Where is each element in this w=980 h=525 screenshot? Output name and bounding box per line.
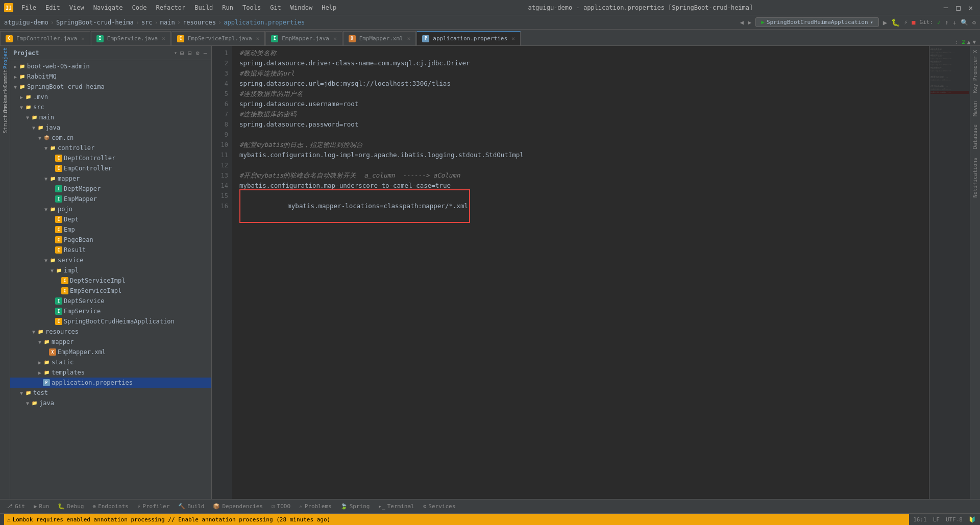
bottom-tab-profiler[interactable]: ⚡ Profiler — [133, 501, 174, 513]
tree-item-deptcontroller[interactable]: ▶ C DeptController — [10, 153, 211, 163]
breadcrumb-module[interactable]: SpringBoot-crud-heima — [56, 19, 134, 26]
minimize-button[interactable]: ─ — [941, 4, 951, 12]
tree-item-empservice[interactable]: ▶ I EmpService — [10, 306, 211, 316]
git-pull-btn[interactable]: ↓ — [953, 19, 957, 26]
tree-item-empserviceimpl[interactable]: ▶ C EmpServiceImpl — [10, 286, 211, 296]
menu-navigate[interactable]: Navigate — [89, 3, 127, 12]
tree-item-java-test[interactable]: ▼ 📁 java — [10, 398, 211, 408]
tab-close-btn[interactable]: ✕ — [511, 35, 515, 42]
tree-item-pojo[interactable]: ▼ 📁 pojo — [10, 204, 211, 214]
structure-tab-btn[interactable]: Structure — [0, 109, 10, 130]
tree-item-deptmapper[interactable]: ▶ I DeptMapper — [10, 184, 211, 194]
tree-item-main[interactable]: ▼ 📁 main — [10, 112, 211, 122]
tab-applicationprops[interactable]: P application.properties ✕ — [416, 31, 520, 45]
breadcrumb-resources[interactable]: resources — [183, 19, 216, 26]
tree-item-mapper-res[interactable]: ▼ 📁 mapper — [10, 337, 211, 347]
tree-item-service[interactable]: ▼ 📁 service — [10, 255, 211, 265]
tree-item-appprops[interactable]: ▶ P application.properties — [10, 378, 211, 388]
tree-item-empcontroller[interactable]: ▶ C EmpController — [10, 163, 211, 173]
tree-item-templates[interactable]: ▶ 📁 templates — [10, 367, 211, 378]
close-button[interactable]: ✕ — [966, 4, 976, 12]
tree-item-mvn[interactable]: ▶ 📁 .mvn — [10, 92, 211, 102]
tree-item-test[interactable]: ▼ 📁 test — [10, 388, 211, 398]
tree-item-impl[interactable]: ▼ 📁 impl — [10, 265, 211, 276]
maximize-button[interactable]: □ — [953, 4, 963, 12]
menu-refactor[interactable]: Refactor — [152, 3, 189, 12]
project-panel-hide-btn[interactable]: — — [203, 48, 208, 58]
breadcrumb-main[interactable]: main — [160, 19, 175, 26]
stop-btn[interactable]: ■ — [912, 19, 915, 26]
tree-item-result[interactable]: ▶ C Result — [10, 245, 211, 255]
git-check-btn[interactable]: ✓ — [937, 19, 941, 26]
menu-view[interactable]: View — [65, 3, 88, 12]
menu-run[interactable]: Run — [218, 3, 237, 12]
tree-item-rabbitmq[interactable]: ▶ 📁 RabbitMQ — [10, 71, 211, 82]
menu-code[interactable]: Code — [128, 3, 151, 12]
breadcrumb-file[interactable]: application.properties — [224, 19, 305, 26]
menu-build[interactable]: Build — [190, 3, 217, 12]
bottom-tab-services[interactable]: ⚙ Services — [419, 501, 460, 513]
tab-empmapper[interactable]: I EmpMapper.java ✕ — [265, 31, 342, 45]
tab-empservice[interactable]: I EmpService.java ✕ — [91, 31, 171, 45]
right-tab-keypromoter[interactable]: Key Promoter X — [970, 46, 980, 97]
tree-item-static[interactable]: ▶ 📁 static — [10, 357, 211, 367]
profile-btn[interactable]: ⚡ — [904, 19, 908, 26]
git-push-btn[interactable]: ↑ — [945, 19, 948, 26]
tree-item-empmapperxml[interactable]: ▶ X EmpMapper.xml — [10, 347, 211, 357]
bottom-tab-endpoints[interactable]: ⊕ Endpoints — [89, 501, 133, 513]
search-btn[interactable]: 🔍 — [961, 19, 968, 26]
menu-file[interactable]: File — [17, 3, 40, 12]
code-editor[interactable]: #驱动类名称 spring.datasource.driver-class-na… — [235, 46, 929, 499]
tab-menu-btn[interactable]: ⋮ — [954, 39, 960, 45]
tree-item-comcn[interactable]: ▼ 📦 com.cn — [10, 133, 211, 143]
tree-item-springbootapp[interactable]: ▶ C SpringBootCrudHeimaApplication — [10, 316, 211, 327]
breadcrumb-src[interactable]: src — [141, 19, 153, 26]
run-config-selector[interactable]: ▶ SpringBootCrudHeimaApplication ▾ — [755, 17, 878, 27]
right-tab-database[interactable]: Database — [970, 120, 980, 153]
status-warning[interactable]: ⚠ Lombok requires enabled annotation pro… — [4, 514, 909, 525]
tree-item-resources[interactable]: ▼ 📁 resources — [10, 327, 211, 337]
tab-empserviceimpl[interactable]: C EmpServiceImpl.java ✕ — [172, 31, 265, 45]
tree-item-boot-web[interactable]: ▶ 📁 boot-web-05-admin — [10, 61, 211, 71]
settings-btn[interactable]: ⚙ — [972, 19, 976, 26]
tree-item-empmapper[interactable]: ▶ I EmpMapper — [10, 194, 211, 204]
project-panel-collapse-btn[interactable]: ⊟ — [187, 48, 192, 58]
bottom-tab-debug[interactable]: 🐛 Debug — [54, 501, 88, 513]
bottom-tab-todo[interactable]: ☑ TODO — [267, 501, 295, 513]
expand-editor-btn[interactable]: ▼ — [972, 39, 976, 45]
editor-content[interactable]: 1 2 3 4 5 6 7 8 9 10 11 12 13 14 15 16 — [212, 46, 970, 499]
tree-item-dept[interactable]: ▶ C Dept — [10, 214, 211, 224]
bottom-tab-git[interactable]: ⎇ Git — [2, 501, 29, 513]
tree-item-springboot[interactable]: ▼ 📁 SpringBoot-crud-heima — [10, 82, 211, 92]
tree-item-deptserviceimpl[interactable]: ▶ C DeptServiceImpl — [10, 276, 211, 286]
project-panel-expand-btn[interactable]: ⊞ — [179, 48, 185, 58]
bottom-tab-dependencies[interactable]: 📦 Dependencies — [209, 501, 266, 513]
nav-forward-btn[interactable]: ▶ — [748, 19, 751, 26]
bottom-tab-run[interactable]: ▶ Run — [30, 501, 54, 513]
project-tab-btn[interactable]: Project — [0, 48, 10, 68]
breadcrumb-project[interactable]: atguigu-demo — [4, 19, 48, 26]
tab-close-btn[interactable]: ✕ — [333, 35, 337, 42]
tree-item-mapper[interactable]: ▼ 📁 mapper — [10, 173, 211, 184]
bottom-tab-terminal[interactable]: ▸_ Terminal — [374, 501, 418, 513]
nav-back-btn[interactable]: ◀ — [740, 19, 744, 26]
tab-close-btn[interactable]: ✕ — [256, 35, 260, 42]
tree-item-pagebean[interactable]: ▶ C PageBean — [10, 235, 211, 245]
debug-btn[interactable]: 🐛 — [891, 18, 900, 27]
right-tab-maven[interactable]: Maven — [970, 97, 980, 120]
menu-edit[interactable]: Edit — [41, 3, 64, 12]
bottom-tab-problems[interactable]: ⚠ Problems — [295, 501, 336, 513]
tree-item-java[interactable]: ▼ 📁 java — [10, 122, 211, 133]
collapse-editor-btn[interactable]: ▲ — [967, 39, 971, 45]
tab-empcontroller[interactable]: C EmpController.java ✕ — [0, 31, 90, 45]
right-tab-notifications[interactable]: Notifications — [970, 154, 980, 202]
tab-close-btn[interactable]: ✕ — [81, 35, 85, 42]
bottom-tab-build[interactable]: 🔨 Build — [174, 501, 208, 513]
menu-git[interactable]: Git — [266, 3, 285, 12]
tree-item-emp[interactable]: ▶ C Emp — [10, 224, 211, 235]
menu-help[interactable]: Help — [317, 3, 340, 12]
tree-item-src[interactable]: ▼ 📁 src — [10, 102, 211, 112]
menu-tools[interactable]: Tools — [238, 3, 265, 12]
tab-empmapperxml[interactable]: X EmpMapper.xml ✕ — [343, 31, 416, 45]
tab-close-btn[interactable]: ✕ — [162, 35, 165, 42]
